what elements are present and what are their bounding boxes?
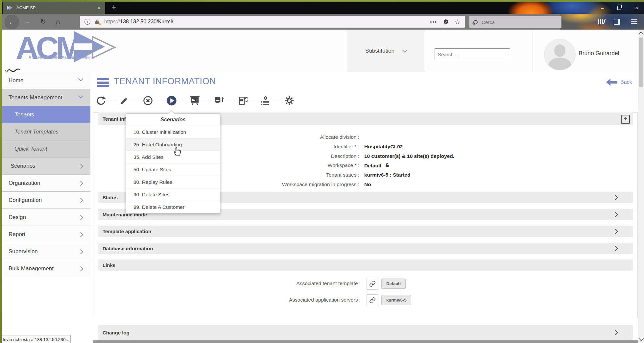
tenant-toolbar	[93, 95, 307, 107]
sidebar-item-report[interactable]: Report	[2, 226, 90, 243]
refresh-icon[interactable]	[96, 95, 106, 106]
url-bar[interactable]: i https://138.132.50.230/Kurmi/ ••• ☆	[80, 16, 465, 28]
sidebar-item-label: Configuration	[9, 197, 42, 204]
scroll-up-arrow-icon[interactable]	[639, 32, 644, 37]
section-change-log[interactable]: Change log	[98, 325, 633, 340]
section-template-application[interactable]: Template application	[98, 226, 633, 237]
provisioning-queue-icon[interactable]	[260, 95, 271, 106]
back-arrow-icon	[606, 78, 618, 86]
menu-item-99-delete-a-customer[interactable]: 99. Delete A Customer	[126, 201, 220, 213]
scenarios-menu-title: Scenarios	[126, 114, 220, 126]
sidebar-item-supervision[interactable]: Supervision	[2, 243, 90, 260]
menu-item-10-cluster-initialization[interactable]: 10. Cluster Initialization	[126, 126, 220, 138]
browser-tab[interactable]: ACME SP ×	[3, 2, 105, 14]
linked-object-button[interactable]: kurmiv6-5	[381, 295, 411, 305]
sidebars-icon[interactable]	[614, 19, 620, 25]
app-search-box[interactable]	[435, 48, 510, 60]
nav-forward-button[interactable]: →	[22, 14, 32, 30]
sidebar-item-tenants[interactable]: Tenants	[2, 106, 90, 123]
nav-reload-button[interactable]: ↻	[38, 14, 48, 30]
sidebar-item-label: Scenarios	[11, 163, 36, 169]
edit-pencil-icon[interactable]	[119, 95, 130, 106]
section-hamburger-icon[interactable]	[97, 78, 109, 88]
browser-search-box[interactable]	[469, 16, 561, 28]
run-scenario-play-icon[interactable]	[166, 95, 177, 106]
link-chain-icon[interactable]	[367, 278, 378, 290]
header-divider	[533, 30, 533, 72]
sidebar-item-label: Home	[9, 77, 23, 84]
nav-home-button[interactable]: ⌂	[53, 14, 63, 30]
dashboard-board-icon[interactable]	[190, 95, 200, 106]
new-tab-button[interactable]: +	[112, 3, 116, 12]
linked-object-button[interactable]: Default	[381, 279, 406, 289]
field-value: No	[364, 182, 371, 187]
field-value: kurmiv6-5 : Started	[364, 172, 410, 178]
vertical-scrollbar[interactable]	[638, 30, 644, 343]
browser-navbar: ← → ↻ ⌂ i https://138.132.50.230/Kurmi/ …	[2, 14, 644, 30]
browser-status-popup: Invio richiesta a 138.132.50.230...	[0, 335, 71, 343]
link-label: Associated application servers :	[99, 297, 361, 303]
chevron-right-icon	[78, 198, 83, 203]
library-icon[interactable]	[598, 19, 605, 24]
sidebar-item-scenarios[interactable]: Scenarios	[2, 158, 90, 175]
back-button[interactable]: Back	[606, 78, 632, 86]
user-avatar[interactable]	[544, 39, 576, 70]
sidebar-item-label: Report	[9, 231, 25, 238]
toolbar-connector	[131, 101, 141, 101]
browser-window: ACME SP × + – × ← → ↻ ⌂ i https://138.13…	[0, 0, 644, 343]
window-top-border	[0, 0, 644, 2]
field-value: 10 customer(s) & 10 site(s) deployed.	[364, 153, 454, 159]
toolbar-connector	[250, 101, 258, 101]
chevron-down-icon	[78, 93, 83, 99]
sidebar-nav: HomeTenants ManagementTenantsTenant Temp…	[2, 72, 90, 277]
chevron-right-icon	[78, 266, 83, 272]
menu-item-50-update-sites[interactable]: 50. Update Sites	[126, 163, 220, 176]
link-row-associated-application-servers: Associated application servers :kurmiv6-…	[99, 294, 559, 306]
chevron-right-icon	[78, 181, 83, 186]
sidebar-item-label: Tenants Management	[9, 94, 62, 101]
app-search-input[interactable]	[435, 49, 510, 60]
sidebar-item-tenants-management[interactable]: Tenants Management	[2, 89, 90, 106]
substitution-label: Substitution	[365, 48, 394, 54]
menu-item-90-delete-sites[interactable]: 90. Delete Sites	[126, 188, 220, 201]
sidebar-item-tenant-templates[interactable]: Tenant Templates	[2, 123, 90, 140]
scrollbar-thumb[interactable]	[639, 37, 643, 87]
user-name: Bruno Guirardel	[579, 50, 619, 57]
sidebar-item-configuration[interactable]: Configuration	[2, 192, 90, 209]
sidebar-item-organization[interactable]: Organization	[2, 175, 90, 192]
section-database-information[interactable]: Database information	[98, 243, 633, 254]
tracking-protection-shield-icon[interactable]	[443, 19, 449, 25]
window-close-button[interactable]: ×	[635, 5, 638, 11]
chevron-right-icon	[613, 229, 618, 234]
sidebar-item-label: Bulk Management	[9, 265, 54, 272]
window-minimize-button[interactable]: –	[601, 5, 604, 11]
window-restore-button[interactable]	[617, 6, 621, 10]
database-export-icon[interactable]	[213, 95, 224, 106]
menu-item-80-replay-rules[interactable]: 80. Replay Rules	[126, 176, 220, 188]
sidebar-item-home[interactable]: Home	[2, 72, 90, 89]
section-title: Status	[103, 195, 118, 200]
site-favicon-icon	[7, 5, 13, 10]
field-value: HospitalityCL02	[364, 144, 403, 150]
page-info-icon[interactable]: i	[84, 19, 90, 25]
browser-titlebar: ACME SP × + – ×	[0, 2, 644, 14]
bookmark-star-icon[interactable]: ☆	[455, 18, 460, 26]
toolbar-connector	[155, 101, 164, 101]
link-chain-icon[interactable]	[367, 294, 378, 306]
sidebar-item-design[interactable]: Design	[2, 209, 90, 226]
settings-gear-icon[interactable]	[284, 95, 295, 106]
insecure-lock-warning-icon[interactable]	[94, 19, 100, 25]
page-actions-icon[interactable]: •••	[430, 19, 437, 25]
section-links[interactable]: Links	[98, 259, 633, 271]
nav-back-button[interactable]: ←	[5, 15, 19, 29]
menu-hamburger-icon[interactable]	[631, 19, 637, 25]
cancel-circle-icon[interactable]	[143, 95, 153, 106]
browser-search-input[interactable]	[481, 19, 545, 25]
tab-close-icon[interactable]: ×	[97, 5, 101, 11]
replay-document-icon[interactable]	[237, 95, 248, 106]
scroll-down-arrow-icon[interactable]	[639, 336, 644, 341]
expand-plus-icon[interactable]: +	[621, 115, 630, 124]
sidebar-item-quick-tenant[interactable]: Quick Tenant	[2, 140, 90, 158]
substitution-dropdown[interactable]: Substitution	[347, 30, 425, 72]
sidebar-item-bulk-management[interactable]: Bulk Management	[2, 260, 90, 277]
